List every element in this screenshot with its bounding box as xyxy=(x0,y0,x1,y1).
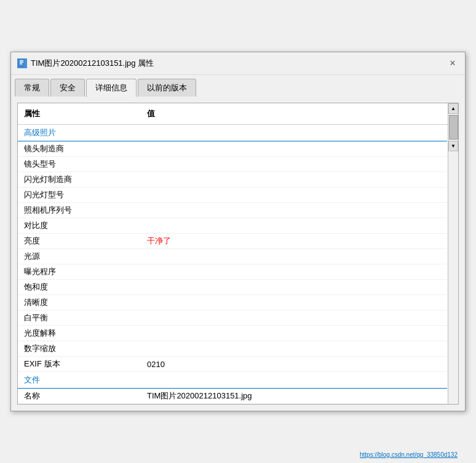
properties-window: TIM图片20200212103151.jpg 属性 × 常规 安全 详细信息 … xyxy=(10,52,466,411)
row-property: 光源 xyxy=(18,249,141,264)
scrollbar[interactable]: ▲ ▼ xyxy=(448,103,458,404)
row-property: 白平衡 xyxy=(18,311,141,325)
table-row: 白平衡 xyxy=(18,311,447,326)
col-header-value: 值 xyxy=(141,106,458,122)
table-container: 属性 值 高级照片 镜头制造商 镜头型号 xyxy=(17,103,459,405)
row-value xyxy=(141,162,447,166)
title-bar-left: TIM图片20200212103151.jpg 属性 xyxy=(17,58,154,69)
table-row: 光度解释 xyxy=(18,326,447,341)
svg-rect-3 xyxy=(20,63,22,65)
row-value xyxy=(141,147,447,151)
tab-security[interactable]: 安全 xyxy=(50,79,85,97)
scroll-thumb[interactable] xyxy=(449,115,458,140)
table-row: 曝光程序 xyxy=(18,264,447,280)
row-property: 清晰度 xyxy=(18,295,141,310)
file-icon xyxy=(17,58,27,68)
scroll-down-button[interactable]: ▼ xyxy=(448,141,458,151)
row-property: 照相机序列号 xyxy=(18,203,141,218)
row-property: 名称 xyxy=(18,389,141,403)
section-file: 文件 xyxy=(18,372,447,389)
table-row: 闪光灯制造商 xyxy=(18,172,447,188)
close-button[interactable]: × xyxy=(446,57,459,69)
row-value xyxy=(141,285,447,289)
table-header: 属性 值 xyxy=(18,103,458,125)
table-row: 镜头制造商 xyxy=(18,141,447,157)
row-value xyxy=(141,301,447,304)
table-row: 对比度 xyxy=(18,218,447,234)
tab-previous-versions[interactable]: 以前的版本 xyxy=(138,79,196,97)
table-row: 清晰度 xyxy=(18,295,447,311)
row-property: 对比度 xyxy=(18,218,141,233)
table-row: 亮度 干净了 xyxy=(18,234,447,249)
row-value xyxy=(141,316,447,320)
title-bar: TIM图片20200212103151.jpg 属性 × xyxy=(11,52,465,75)
row-property: 镜头型号 xyxy=(18,157,141,172)
section-advanced-photo: 高级照片 xyxy=(18,125,447,141)
table-row: 照相机序列号 xyxy=(18,203,447,218)
row-property: 镜头制造商 xyxy=(18,141,141,156)
row-value xyxy=(141,331,447,335)
row-value xyxy=(141,193,447,197)
svg-rect-2 xyxy=(20,62,23,63)
row-value xyxy=(141,255,447,258)
table-row: EXIF 版本 0210 xyxy=(18,357,447,372)
row-value xyxy=(141,178,447,181)
row-value xyxy=(141,347,447,350)
content-area: 属性 值 高级照片 镜头制造商 镜头型号 xyxy=(11,97,465,411)
row-value xyxy=(141,208,447,212)
row-property: 闪光灯型号 xyxy=(18,188,141,202)
property-table: 属性 值 高级照片 镜头制造商 镜头型号 xyxy=(17,103,459,405)
col-header-property: 属性 xyxy=(18,106,141,122)
row-property: 数字缩放 xyxy=(18,341,141,356)
row-property: 光度解释 xyxy=(18,326,141,341)
table-row: 饱和度 xyxy=(18,280,447,295)
row-property: 曝光程序 xyxy=(18,264,141,279)
svg-rect-1 xyxy=(20,60,23,61)
row-value: TIM图片20200212103151.jpg xyxy=(141,389,447,403)
tab-bar: 常规 安全 详细信息 以前的版本 xyxy=(11,75,465,97)
watermark-link[interactable]: https://blog.csdn.net/qq_33850d132 xyxy=(360,451,458,458)
tab-details[interactable]: 详细信息 xyxy=(86,79,137,97)
row-property: 饱和度 xyxy=(18,280,141,295)
row-value: 0210 xyxy=(141,358,447,371)
table-row: 光源 xyxy=(18,249,447,264)
row-property: 闪光灯制造商 xyxy=(18,172,141,187)
row-value xyxy=(141,270,447,274)
table-row: 名称 TIM图片20200212103151.jpg xyxy=(18,389,447,404)
table-body: 高级照片 镜头制造商 镜头型号 闪光灯制造商 闪 xyxy=(18,125,458,404)
row-value xyxy=(141,224,447,228)
tab-general[interactable]: 常规 xyxy=(15,79,49,97)
row-property: 亮度 xyxy=(18,234,141,248)
row-property: EXIF 版本 xyxy=(18,357,141,371)
table-row: 镜头型号 xyxy=(18,157,447,172)
table-row: 闪光灯型号 xyxy=(18,188,447,203)
scroll-up-button[interactable]: ▲ xyxy=(448,103,458,114)
table-row: 数字缩放 xyxy=(18,341,447,357)
row-value-highlight: 干净了 xyxy=(141,234,447,248)
window-title: TIM图片20200212103151.jpg 属性 xyxy=(31,58,154,69)
